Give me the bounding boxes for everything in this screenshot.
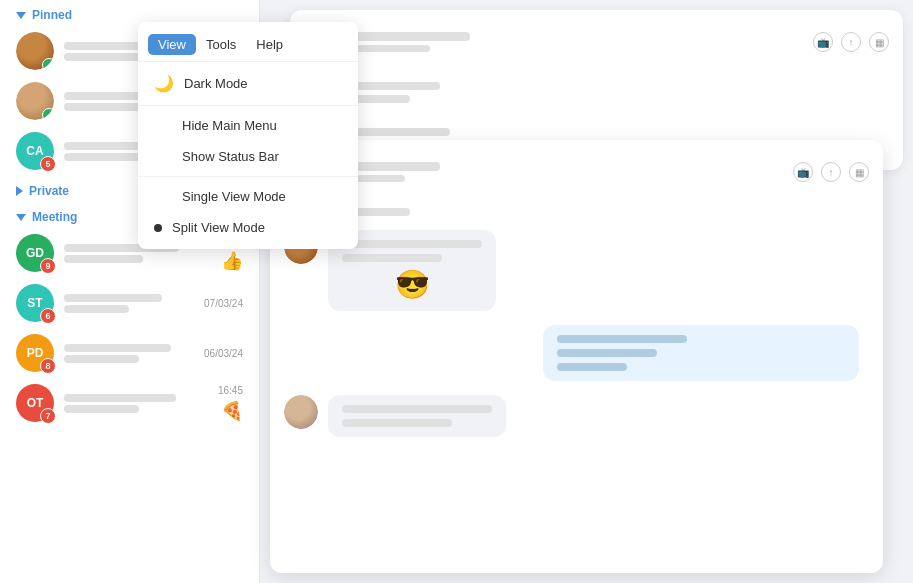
- menu-divider-1: [138, 105, 358, 106]
- line: [64, 305, 129, 313]
- message-2-container: [284, 325, 869, 381]
- time-ot: 16:45: [218, 385, 243, 396]
- avatar-pd: PD 8: [16, 334, 54, 372]
- dropdown-menu: View Tools Help 🌙 Dark Mode Hide Main Me…: [138, 22, 358, 249]
- chat-front-header: CA 📺 ↑ ▦: [284, 154, 869, 190]
- item-content-pd: [64, 344, 194, 363]
- line: [350, 95, 410, 103]
- back-secondary-row: [304, 70, 889, 114]
- line: [342, 240, 482, 248]
- menu-item-dark-mode[interactable]: 🌙 Dark Mode: [138, 66, 358, 101]
- menu-item-single-view[interactable]: Single View Mode: [138, 181, 358, 212]
- chat-front-icons: 📺 ↑ ▦: [793, 162, 869, 182]
- item-content-st: [64, 294, 194, 313]
- icon-phone-front[interactable]: 📺: [793, 162, 813, 182]
- menu-tab-help[interactable]: Help: [246, 34, 293, 55]
- avatar-ca: CA 5: [16, 132, 54, 170]
- icon-grid-front[interactable]: ▦: [849, 162, 869, 182]
- emoji-ot: 🍕: [221, 400, 243, 422]
- chat-back-header-lines: [350, 32, 803, 52]
- time-st: 07/03/24: [204, 298, 243, 309]
- chat-front-header-lines: [330, 162, 783, 182]
- hide-main-label: Hide Main Menu: [182, 118, 277, 133]
- menu-tab-view[interactable]: View: [148, 34, 196, 55]
- sidebar-item-st[interactable]: ST 6 07/03/24: [0, 278, 259, 328]
- line: [64, 405, 139, 413]
- pinned-label: Pinned: [32, 8, 72, 22]
- badge-pd: 8: [40, 358, 56, 374]
- single-view-label: Single View Mode: [182, 189, 286, 204]
- msg-bubble-2: [543, 325, 859, 381]
- menu-item-hide-main[interactable]: Hide Main Menu: [138, 110, 358, 141]
- avatar-pinned-2: ✓: [16, 82, 54, 120]
- badge-ot: 7: [40, 408, 56, 424]
- moon-icon: 🌙: [154, 74, 174, 93]
- chat-back-icons: 📺 ↑ ▦: [813, 32, 889, 52]
- line: [342, 254, 442, 262]
- msg-bubble-3: [328, 395, 506, 437]
- avatar-gd: GD 9: [16, 234, 54, 272]
- dot-icon: [154, 224, 162, 232]
- online-status-1: ✓: [42, 58, 54, 70]
- msg-avatar-3: [284, 395, 318, 429]
- back-mini-lines: [350, 82, 889, 103]
- meeting-label: Meeting: [32, 210, 77, 224]
- thread-top-lines: [284, 204, 869, 216]
- avatar-st: ST 6: [16, 284, 54, 322]
- private-chevron[interactable]: [16, 186, 23, 196]
- chat-window-front: CA 📺 ↑ ▦ 😎: [270, 140, 883, 573]
- menu-item-split-view[interactable]: Split View Mode: [138, 212, 358, 243]
- line: [350, 82, 440, 90]
- back-message-lines: [304, 124, 889, 136]
- item-content-ot: [64, 394, 208, 413]
- badge-ca: 5: [40, 156, 56, 172]
- menu-tab-tools[interactable]: Tools: [196, 34, 246, 55]
- time-pd: 06/03/24: [204, 348, 243, 359]
- line: [557, 335, 687, 343]
- badge-st: 6: [40, 308, 56, 324]
- emoji-gd: 👍: [221, 250, 243, 272]
- sidebar-item-ot[interactable]: OT 7 16:45 🍕: [0, 378, 259, 428]
- line: [64, 394, 176, 402]
- line: [350, 32, 470, 41]
- avatar-ot: OT 7: [16, 384, 54, 422]
- icon-grid[interactable]: ▦: [869, 32, 889, 52]
- pinned-chevron[interactable]: [16, 12, 26, 19]
- avatar-pinned-1: ✓: [16, 32, 54, 70]
- line: [64, 255, 143, 263]
- line: [64, 355, 139, 363]
- line: [350, 45, 430, 52]
- private-label: Private: [29, 184, 69, 198]
- online-status-2: ✓: [42, 108, 54, 120]
- icon-phone[interactable]: 📺: [813, 32, 833, 52]
- badge-gd: 9: [40, 258, 56, 274]
- sidebar-item-pd[interactable]: PD 8 06/03/24: [0, 328, 259, 378]
- icon-upload[interactable]: ↑: [841, 32, 861, 52]
- line: [350, 128, 450, 136]
- menu-divider-2: [138, 176, 358, 177]
- menu-tabs: View Tools Help: [138, 28, 358, 62]
- icon-upload-front[interactable]: ↑: [821, 162, 841, 182]
- msg-emoji-1: 😎: [342, 268, 482, 301]
- chat-back-header: ST 📺 ↑ ▦: [304, 24, 889, 60]
- split-view-label: Split View Mode: [172, 220, 265, 235]
- line: [557, 363, 627, 371]
- message-3: [284, 395, 869, 437]
- line: [342, 419, 452, 427]
- show-status-label: Show Status Bar: [182, 149, 279, 164]
- dark-mode-label: Dark Mode: [184, 76, 248, 91]
- message-1: 😎: [284, 230, 869, 311]
- meeting-chevron[interactable]: [16, 214, 26, 221]
- line: [64, 294, 162, 302]
- menu-item-show-status[interactable]: Show Status Bar: [138, 141, 358, 172]
- line: [342, 405, 492, 413]
- line: [64, 344, 171, 352]
- line: [557, 349, 657, 357]
